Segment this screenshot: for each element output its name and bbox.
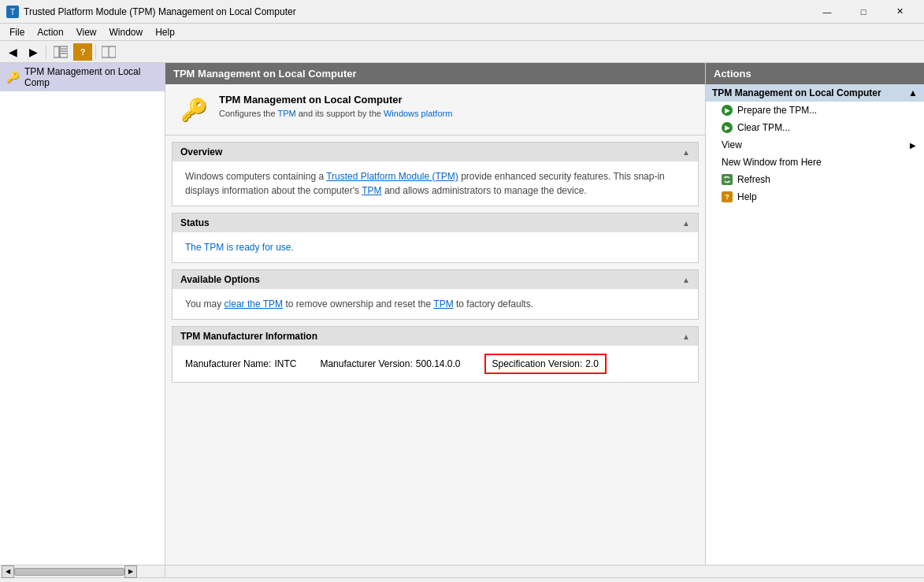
- title-bar: T Trusted Platform Module (TPM) Manageme…: [0, 0, 924, 24]
- minimize-button[interactable]: —: [809, 0, 845, 24]
- svg-text:T: T: [10, 8, 15, 17]
- section-manufacturer: TPM Manufacturer Information ▲ Manufactu…: [172, 326, 699, 383]
- action-new-window[interactable]: New Window from Here: [706, 154, 924, 171]
- section-status-header[interactable]: Status ▲: [173, 213, 698, 232]
- section-status: Status ▲ The TPM is ready for use.: [172, 213, 699, 263]
- actions-section-header: TPM Management on Local Computer ▲: [706, 84, 924, 102]
- back-button[interactable]: ◀: [3, 43, 22, 61]
- section-status-title: Status: [180, 217, 210, 228]
- action-help[interactable]: ? Help: [706, 188, 924, 206]
- sidebar: 🔑 TPM Management on Local Comp: [0, 63, 165, 565]
- section-overview-title: Overview: [180, 146, 222, 158]
- manufacturer-version-value: 500.14.0.0: [416, 358, 461, 369]
- toolbar: ◀ ▶ ?: [0, 41, 924, 63]
- window-title: Trusted Platform Module (TPM) Management…: [24, 6, 809, 17]
- action-refresh-label: Refresh: [737, 174, 770, 185]
- tpm-overview-link[interactable]: Trusted Platform Module (TPM): [326, 171, 458, 182]
- manufacturer-name-value: INTC: [274, 358, 296, 369]
- svg-rect-3: [60, 46, 68, 57]
- maximize-button[interactable]: □: [845, 0, 881, 24]
- action-new-window-label: New Window from Here: [722, 157, 822, 168]
- svg-rect-2: [54, 46, 59, 57]
- view-arrow-icon: ▶: [910, 141, 916, 150]
- refresh-icon: [722, 174, 733, 185]
- actions-section-title: TPM Management on Local Computer: [712, 87, 881, 98]
- horizontal-scrollbar-area: ◀ ▶: [0, 565, 924, 577]
- action-refresh[interactable]: Refresh: [706, 171, 924, 188]
- specification-version-field: Specification Version: 2.0: [484, 354, 607, 374]
- manufacturer-name-label: Manufacturer Name:: [185, 358, 271, 369]
- help-toolbar-button[interactable]: ?: [73, 43, 92, 61]
- scroll-left-arrow[interactable]: ◀: [2, 565, 14, 578]
- overview-text: Windows computers containing a Trusted P…: [185, 171, 665, 196]
- content-scrollbar-empty: [165, 565, 924, 577]
- manufacturer-name-field: Manufacturer Name: INTC: [185, 358, 296, 369]
- actions-panel-header: Actions: [706, 63, 924, 84]
- toolbar-separator-2: [95, 45, 96, 59]
- svg-rect-9: [722, 174, 733, 185]
- tpm-link-3[interactable]: TPM: [433, 298, 453, 310]
- close-button[interactable]: ✕: [881, 0, 918, 24]
- tpm-sidebar-icon: 🔑: [6, 71, 20, 83]
- tpm-link[interactable]: TPM: [277, 109, 295, 118]
- extra-toolbar-button[interactable]: [99, 43, 118, 61]
- action-prepare[interactable]: ▶ Prepare the TPM...: [706, 102, 924, 119]
- section-collapse-icon: ▲: [908, 87, 918, 98]
- section-manufacturer-header[interactable]: TPM Manufacturer Information ▲: [173, 327, 698, 346]
- action-view[interactable]: View ▶: [706, 136, 924, 154]
- app-icon: T: [6, 6, 19, 18]
- clear-icon: ▶: [722, 122, 733, 133]
- section-options-header[interactable]: Available Options ▲: [173, 270, 698, 289]
- section-manufacturer-title: TPM Manufacturer Information: [180, 331, 317, 342]
- menu-window[interactable]: Window: [103, 24, 150, 41]
- section-manufacturer-chevron: ▲: [682, 332, 690, 341]
- action-clear[interactable]: ▶ Clear TPM...: [706, 119, 924, 136]
- section-overview: Overview ▲ Windows computers containing …: [172, 142, 699, 206]
- help-icon: ?: [722, 191, 733, 202]
- menu-action[interactable]: Action: [31, 24, 69, 41]
- section-available-options: Available Options ▲ You may clear the TP…: [172, 269, 699, 320]
- manufacturer-table: Manufacturer Name: INTC Manufacturer Ver…: [173, 346, 698, 382]
- specification-version-value: 2.0: [585, 358, 599, 369]
- section-status-chevron: ▲: [682, 219, 690, 228]
- menu-help[interactable]: Help: [149, 24, 181, 41]
- show-hide-button[interactable]: [50, 43, 72, 61]
- tpm-icon: 🔑: [178, 94, 210, 125]
- options-text: You may clear the TPM to remove ownershi…: [185, 298, 533, 310]
- clear-tpm-link[interactable]: clear the TPM: [225, 298, 283, 310]
- section-status-content: The TPM is ready for use.: [173, 232, 698, 262]
- section-overview-content: Windows computers containing a Trusted P…: [173, 161, 698, 206]
- action-prepare-label: Prepare the TPM...: [737, 105, 817, 116]
- menu-file[interactable]: File: [3, 24, 31, 41]
- tpm-link-2[interactable]: TPM: [362, 185, 381, 196]
- action-help-label: Help: [737, 191, 757, 202]
- content-area: TPM Management on Local Computer 🔑 TPM M…: [165, 63, 705, 565]
- forward-button[interactable]: ▶: [24, 43, 43, 61]
- window-controls: — □ ✕: [809, 0, 918, 24]
- status-bar: [0, 577, 924, 582]
- content-header: TPM Management on Local Computer: [165, 63, 705, 84]
- menu-view[interactable]: View: [70, 24, 103, 41]
- scroll-thumb[interactable]: [14, 568, 124, 576]
- action-view-label: View: [722, 139, 742, 150]
- tpm-header-description: Configures the TPM and its support by th…: [219, 109, 452, 118]
- scroll-right-arrow[interactable]: ▶: [124, 565, 137, 578]
- section-overview-header[interactable]: Overview ▲: [173, 143, 698, 161]
- menu-bar: File Action View Window Help: [0, 24, 924, 41]
- tpm-header-text: TPM Management on Local Computer Configu…: [219, 94, 452, 118]
- section-options-content: You may clear the TPM to remove ownershi…: [173, 289, 698, 319]
- toolbar-separator-1: [46, 45, 46, 59]
- tpm-info-box: 🔑 TPM Management on Local Computer Confi…: [165, 84, 705, 135]
- manufacturer-version-label: Manufacturer Version:: [320, 358, 412, 369]
- specification-version-label: Specification Version:: [492, 358, 583, 369]
- tpm-header-title: TPM Management on Local Computer: [219, 94, 452, 106]
- sidebar-scrollbar-area[interactable]: ◀ ▶: [0, 565, 165, 577]
- main-layout: 🔑 TPM Management on Local Comp TPM Manag…: [0, 63, 924, 565]
- section-overview-chevron: ▲: [682, 148, 690, 157]
- windows-platform-link[interactable]: Windows platform: [384, 109, 452, 118]
- status-text: The TPM is ready for use.: [185, 242, 294, 253]
- actions-panel: Actions TPM Management on Local Computer…: [705, 63, 924, 565]
- sidebar-item-tpm[interactable]: 🔑 TPM Management on Local Comp: [0, 63, 165, 91]
- sidebar-item-label: TPM Management on Local Comp: [24, 66, 158, 88]
- prepare-icon: ▶: [722, 105, 733, 116]
